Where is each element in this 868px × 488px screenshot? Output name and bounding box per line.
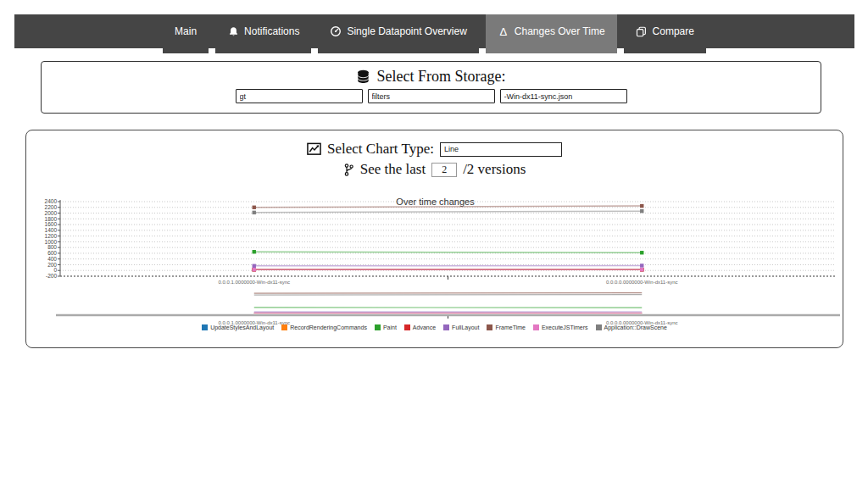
nav-item-label: Compare <box>653 25 694 37</box>
legend-item: ExecuteJSTimers <box>533 324 588 330</box>
legend-label: ExecuteJSTimers <box>542 324 588 330</box>
storage-input-1[interactable] <box>236 89 363 103</box>
legend-item: FrameTime <box>487 324 526 330</box>
svg-text:2000: 2000 <box>45 210 58 216</box>
svg-text:1600: 1600 <box>45 221 58 227</box>
delta-icon: Δ <box>498 25 509 37</box>
line-chart-icon <box>307 142 321 156</box>
legend-swatch <box>443 324 449 330</box>
nav-item-changes-over-time[interactable]: Δ Changes Over Time <box>486 14 617 53</box>
legend-item: Advance <box>404 324 436 330</box>
storage-input-2[interactable] <box>368 89 495 103</box>
chart-type-label: Select Chart Type: <box>327 141 434 158</box>
changes-over-time-panel: Select Chart Type: See the last /2 versi… <box>25 130 843 348</box>
svg-text:400: 400 <box>47 256 57 262</box>
versions-suffix-label: /2 versions <box>463 161 526 178</box>
legend-item: Paint <box>375 324 397 330</box>
nav-item-main[interactable]: Main <box>163 14 209 53</box>
svg-text:1200: 1200 <box>45 233 58 239</box>
legend-label: UpdateStylesAndLayout <box>210 324 274 330</box>
legend-label: FullLayout <box>452 324 479 330</box>
svg-text:0: 0 <box>53 267 57 273</box>
svg-text:200: 200 <box>47 262 57 268</box>
branch-icon <box>343 163 354 176</box>
svg-text:-200: -200 <box>46 273 57 279</box>
versions-prefix-label: See the last <box>360 161 426 178</box>
storage-input-3[interactable] <box>500 89 627 103</box>
legend-swatch <box>596 324 602 330</box>
svg-text:800: 800 <box>47 244 57 250</box>
svg-text:600: 600 <box>47 250 57 256</box>
legend-swatch <box>375 324 381 330</box>
svg-text:1400: 1400 <box>45 227 58 233</box>
chart-legend: UpdateStylesAndLayoutRecordRenderingComm… <box>26 324 843 330</box>
legend-label: Advance <box>413 324 436 330</box>
top-navbar: Main Notifications Single Datapoint Over… <box>14 14 854 48</box>
nav-item-label: Single Datapoint Overview <box>347 25 466 37</box>
legend-label: Paint <box>383 324 397 330</box>
legend-swatch <box>404 324 410 330</box>
legend-label: RecordRenderingCommands <box>290 324 367 330</box>
gauge-icon <box>330 25 342 37</box>
legend-label: FrameTime <box>495 324 526 330</box>
bell-icon <box>227 25 239 37</box>
legend-swatch <box>281 324 287 330</box>
svg-text:2200: 2200 <box>45 204 58 210</box>
legend-item: FullLayout <box>443 324 479 330</box>
svg-text:1000: 1000 <box>45 239 58 245</box>
svg-text:2400: 2400 <box>45 198 58 204</box>
nav-item-label: Changes Over Time <box>515 25 605 37</box>
select-from-storage-panel: Select From Storage: <box>41 61 821 114</box>
svg-text:1800: 1800 <box>45 216 58 222</box>
storage-title: Select From Storage: <box>377 68 506 86</box>
legend-label: Application::DrawScene <box>604 324 667 330</box>
nav-item-single-datapoint-overview[interactable]: Single Datapoint Overview <box>318 14 478 53</box>
legend-swatch <box>202 324 208 330</box>
nav-item-compare[interactable]: Compare <box>624 14 706 53</box>
copy-icon <box>636 25 648 37</box>
legend-item: Application::DrawScene <box>596 324 667 330</box>
svg-text:0.0.0.0.0000000-Win-dx11-sync: 0.0.0.0.0000000-Win-dx11-sync <box>606 280 678 285</box>
chart-type-input[interactable] <box>440 142 562 157</box>
database-icon <box>357 70 371 84</box>
legend-swatch <box>487 324 492 330</box>
legend-swatch <box>533 324 539 330</box>
legend-item: RecordRenderingCommands <box>281 324 367 330</box>
nav-item-label: Main <box>175 25 197 37</box>
nav-item-notifications[interactable]: Notifications <box>215 14 311 53</box>
nav-item-label: Notifications <box>244 25 299 37</box>
versions-input[interactable] <box>431 163 457 177</box>
svg-text:0.0.0.1.0000000-Win-dx11-sync: 0.0.0.1.0000000-Win-dx11-sync <box>218 280 290 285</box>
legend-item: UpdateStylesAndLayout <box>202 324 274 330</box>
svg-text:Over time changes: Over time changes <box>396 197 475 207</box>
